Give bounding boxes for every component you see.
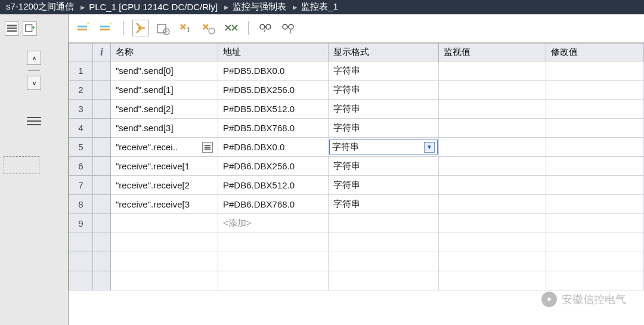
info-cell[interactable] bbox=[93, 119, 111, 138]
row-number[interactable]: 5 bbox=[69, 138, 93, 157]
format-cell[interactable]: 字符串▼ bbox=[329, 138, 439, 157]
modify-cell[interactable] bbox=[546, 214, 644, 233]
monitor-cell[interactable] bbox=[439, 138, 546, 157]
breadcrumb-item[interactable]: 监控与强制表 bbox=[233, 1, 286, 13]
monitor-cell[interactable] bbox=[439, 214, 546, 233]
table-row[interactable]: 6"receive".receive[1P#DB6.DBX256.0字符串 bbox=[69, 157, 644, 176]
monitor-cell[interactable] bbox=[439, 61, 546, 81]
modify-cell[interactable] bbox=[546, 100, 644, 119]
address-cell[interactable]: P#DB5.DBX768.0 bbox=[218, 119, 329, 138]
row-number[interactable]: 9 bbox=[69, 214, 93, 233]
info-cell[interactable] bbox=[93, 176, 111, 195]
row-number[interactable]: 3 bbox=[69, 100, 93, 119]
info-cell[interactable] bbox=[93, 81, 111, 100]
row-number[interactable]: 8 bbox=[69, 195, 93, 214]
force-icon[interactable] bbox=[223, 20, 240, 36]
header-name[interactable]: 名称 bbox=[111, 44, 218, 61]
name-cell[interactable]: "send".send[3] bbox=[111, 119, 218, 138]
delete-row-icon[interactable] bbox=[98, 20, 115, 36]
name-cell[interactable]: "receive".recei.. bbox=[111, 138, 218, 157]
name-cell[interactable]: "receive".receive[3 bbox=[111, 195, 218, 214]
info-cell[interactable] bbox=[93, 214, 111, 233]
info-cell[interactable] bbox=[93, 61, 111, 81]
scroll-down-button[interactable]: ∨ bbox=[27, 76, 41, 90]
info-cell[interactable] bbox=[93, 195, 111, 214]
row-number[interactable]: 6 bbox=[69, 157, 93, 176]
modify-now-icon[interactable]: 1 bbox=[178, 20, 194, 36]
header-address[interactable]: 地址 bbox=[218, 44, 329, 61]
info-cell[interactable] bbox=[93, 100, 111, 119]
breadcrumb-item[interactable]: PLC_1 [CPU 1214C DC/DC/Rly] bbox=[89, 2, 218, 12]
monitor-cell[interactable] bbox=[439, 157, 546, 176]
monitor-cell[interactable] bbox=[439, 176, 546, 195]
format-cell[interactable] bbox=[329, 214, 439, 233]
monitor-cell[interactable] bbox=[439, 100, 546, 119]
format-cell[interactable]: 字符串 bbox=[329, 119, 439, 138]
drop-zone[interactable] bbox=[4, 156, 39, 174]
row-number[interactable]: 7 bbox=[69, 176, 93, 195]
name-cell[interactable]: "receive".receive[2 bbox=[111, 176, 218, 195]
info-cell[interactable] bbox=[93, 157, 111, 176]
modify-cell[interactable] bbox=[546, 157, 644, 176]
row-number[interactable]: 2 bbox=[69, 81, 93, 100]
header-monitor[interactable]: 监视值 bbox=[439, 44, 546, 61]
modify-with-trigger-icon[interactable] bbox=[200, 20, 217, 36]
row-number[interactable]: 1 bbox=[69, 61, 93, 81]
format-dropdown[interactable]: 字符串▼ bbox=[329, 140, 438, 154]
address-cell[interactable]: <添加> bbox=[218, 214, 329, 233]
modify-cell[interactable] bbox=[546, 81, 644, 100]
goggles-2-icon[interactable]: 1 bbox=[280, 20, 296, 36]
format-cell[interactable]: 字符串 bbox=[329, 176, 439, 195]
monitor-cell[interactable] bbox=[439, 81, 546, 100]
table-row[interactable]: 2"send".send[1]P#DB5.DBX256.0字符串 bbox=[69, 81, 644, 100]
breadcrumb-item[interactable]: s7-1200之间通信 bbox=[6, 1, 74, 13]
monitor-cell[interactable] bbox=[439, 195, 546, 214]
format-cell[interactable]: 字符串 bbox=[329, 100, 439, 119]
format-cell[interactable]: 字符串 bbox=[329, 157, 439, 176]
monitor-once-icon[interactable] bbox=[155, 20, 172, 36]
table-row[interactable]: 8"receive".receive[3P#DB6.DBX768.0字符串 bbox=[69, 195, 644, 214]
modify-cell[interactable] bbox=[546, 61, 644, 81]
table-row[interactable]: 1"send".send[0]P#DB5.DBX0.0字符串 bbox=[69, 61, 644, 81]
header-modify[interactable]: 修改值 bbox=[546, 44, 644, 61]
address-cell[interactable]: P#DB5.DBX256.0 bbox=[218, 81, 329, 100]
add-row[interactable]: 9<添加> bbox=[69, 214, 644, 233]
view-list-icon[interactable] bbox=[5, 21, 19, 36]
insert-row-icon[interactable] bbox=[76, 20, 92, 36]
view-grid-icon[interactable] bbox=[23, 21, 37, 36]
modify-cell[interactable] bbox=[546, 195, 644, 214]
address-cell[interactable]: P#DB6.DBX256.0 bbox=[218, 157, 329, 176]
modify-cell[interactable] bbox=[546, 138, 644, 157]
scrollbar-track[interactable] bbox=[28, 70, 40, 71]
name-cell[interactable]: "send".send[1] bbox=[111, 81, 218, 100]
table-row[interactable]: 3"send".send[2]P#DB5.DBX512.0字符串 bbox=[69, 100, 644, 119]
name-cell[interactable] bbox=[111, 214, 218, 233]
format-cell[interactable]: 字符串 bbox=[329, 61, 439, 81]
chevron-down-icon[interactable]: ▼ bbox=[424, 142, 435, 153]
menu-icon[interactable] bbox=[27, 116, 41, 126]
name-cell[interactable]: "send".send[2] bbox=[111, 100, 218, 119]
monitor-all-icon[interactable] bbox=[132, 20, 149, 36]
scroll-up-button[interactable]: ∧ bbox=[27, 51, 41, 65]
table-row[interactable]: 4"send".send[3]P#DB5.DBX768.0字符串 bbox=[69, 119, 644, 138]
browse-icon[interactable] bbox=[202, 142, 213, 153]
format-cell[interactable]: 字符串 bbox=[329, 195, 439, 214]
address-cell[interactable]: P#DB5.DBX0.0 bbox=[218, 61, 329, 81]
address-cell[interactable]: P#DB6.DBX512.0 bbox=[218, 176, 329, 195]
row-number[interactable]: 4 bbox=[69, 119, 93, 138]
monitor-cell[interactable] bbox=[439, 119, 546, 138]
table-row[interactable]: 5"receive".recei..P#DB6.DBX0.0字符串▼ bbox=[69, 138, 644, 157]
modify-cell[interactable] bbox=[546, 176, 644, 195]
info-cell[interactable] bbox=[93, 138, 111, 157]
header-format[interactable]: 显示格式 bbox=[329, 44, 439, 61]
format-cell[interactable]: 字符串 bbox=[329, 81, 439, 100]
header-info[interactable]: i bbox=[93, 44, 111, 61]
name-cell[interactable]: "receive".receive[1 bbox=[111, 157, 218, 176]
modify-cell[interactable] bbox=[546, 119, 644, 138]
table-row[interactable]: 7"receive".receive[2P#DB6.DBX512.0字符串 bbox=[69, 176, 644, 195]
address-cell[interactable]: P#DB6.DBX768.0 bbox=[218, 195, 329, 214]
breadcrumb-item[interactable]: 监控表_1 bbox=[301, 1, 338, 13]
goggles-icon[interactable] bbox=[257, 20, 274, 36]
address-cell[interactable]: P#DB5.DBX512.0 bbox=[218, 100, 329, 119]
address-cell[interactable]: P#DB6.DBX0.0 bbox=[218, 138, 329, 157]
